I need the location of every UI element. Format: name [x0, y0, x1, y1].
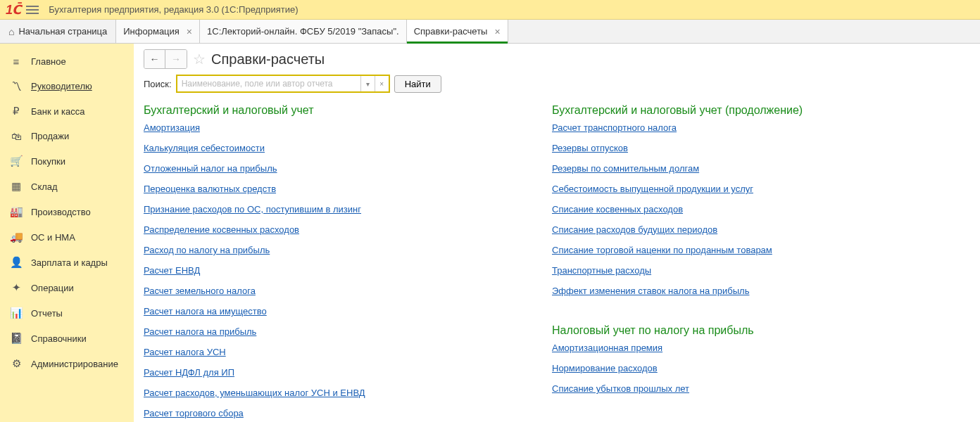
link-production-cost[interactable]: Себестоимость выпущенной продукции и усл… [552, 184, 753, 194]
link-revaluation[interactable]: Переоценка валютных средств [144, 184, 276, 194]
tab-info[interactable]: Информация × [116, 20, 200, 43]
truck-icon: 🚚 [10, 231, 23, 243]
page-title: Справки-расчеты [211, 51, 325, 68]
nav-sales[interactable]: 🛍Продажи [0, 124, 134, 148]
link-loss-writeoff[interactable]: Списание убытков прошлых лет [552, 383, 689, 394]
link-expense-norm[interactable]: Нормирование расходов [552, 363, 658, 373]
link-future-expenses[interactable]: Списание расходов будущих периодов [552, 224, 717, 235]
section-title-accounting: Бухгалтерский и налоговый учет [144, 104, 510, 117]
link-ndfl-ip[interactable]: Расчет НДФЛ для ИП [144, 367, 234, 378]
app-title: Бухгалтерия предприятия, редакция 3.0 (1… [49, 4, 298, 15]
tab-label: 1С:Лекторий-онлайн. ФСБУ 5/2019 "Запасы"… [207, 26, 399, 37]
find-button[interactable]: Найти [394, 75, 441, 93]
link-profit-tax-expense[interactable]: Расход по налогу на прибыль [144, 245, 270, 255]
link-tax-rate-effect[interactable]: Эффект изменения ставок налога на прибыл… [552, 286, 749, 296]
boxes-icon: ▦ [10, 180, 23, 193]
link-amortization[interactable]: Амортизация [144, 122, 200, 133]
nav-salary[interactable]: 👤Зарплата и кадры [0, 250, 134, 275]
logo-1c: 1C̄ [6, 2, 20, 18]
tab-label: Информация [123, 26, 180, 37]
link-vacation-reserve[interactable]: Резервы отпусков [552, 143, 628, 153]
factory-icon: 🏭 [10, 205, 23, 218]
link-usn-tax[interactable]: Расчет налога УСН [144, 347, 226, 357]
tab-spravki-raschety[interactable]: Справки-расчеты × [407, 20, 508, 43]
tabs-row: ⌂ Начальная страница Информация × 1С:Лек… [0, 20, 980, 44]
content: ← → ☆ Справки-расчеты Поиск: ▾ × Найти Б… [134, 44, 980, 422]
bag-icon: 🛍 [10, 130, 23, 142]
search-label: Поиск: [144, 79, 172, 89]
link-writeoff-indirect[interactable]: Списание косвенных расходов [552, 204, 683, 215]
tab-label: Справки-расчеты [414, 26, 488, 37]
link-trade-fee[interactable]: Расчет торгового сбора [144, 408, 244, 418]
close-icon[interactable]: × [187, 26, 192, 37]
nav-dictionaries[interactable]: 📓Справочники [0, 326, 134, 351]
clear-icon[interactable]: × [375, 76, 389, 91]
bars-icon: 📊 [10, 307, 23, 319]
menu-icon[interactable] [26, 6, 39, 14]
link-indirect-dist[interactable]: Распределение косвенных расходов [144, 224, 299, 235]
ruble-icon: ₽ [10, 105, 23, 117]
dropdown-icon[interactable]: ▾ [360, 76, 375, 91]
list-icon: ≡ [10, 56, 23, 68]
nav-manager[interactable]: 〽Руководителю [0, 74, 134, 98]
section-title-tax-profit: Налоговый учет по налогу на прибыль [552, 324, 803, 337]
link-deferred-tax[interactable]: Отложенный налог на прибыль [144, 163, 277, 174]
back-button[interactable]: ← [144, 50, 165, 68]
title-bar: 1C̄ Бухгалтерия предприятия, редакция 3.… [0, 0, 980, 20]
link-property-tax[interactable]: Расчет налога на имущество [144, 306, 267, 316]
link-leasing-cost[interactable]: Признание расходов по ОС, поступившим в … [144, 204, 361, 215]
search-field-wrap: ▾ × [176, 75, 390, 93]
nav-assets[interactable]: 🚚ОС и НМА [0, 224, 134, 250]
search-input[interactable] [177, 76, 360, 91]
link-doubtful-reserve[interactable]: Резервы по сомнительным долгам [552, 163, 699, 174]
nav-warehouse[interactable]: ▦Склад [0, 174, 134, 199]
nav-bank[interactable]: ₽Банк и касса [0, 98, 134, 124]
link-land-tax[interactable]: Расчет земельного налога [144, 286, 256, 296]
tab-home[interactable]: ⌂ Начальная страница [0, 20, 116, 43]
link-amort-premium[interactable]: Амортизационная премия [552, 343, 662, 353]
link-profit-tax[interactable]: Расчет налога на прибыль [144, 326, 256, 337]
gear-icon: ⚙ [10, 357, 23, 370]
sidebar: ≡Главное 〽Руководителю ₽Банк и касса 🛍Пр… [0, 44, 134, 422]
person-icon: 👤 [10, 256, 23, 269]
link-envd[interactable]: Расчет ЕНВД [144, 265, 200, 276]
link-transport-expenses[interactable]: Транспортные расходы [552, 265, 651, 276]
nav-operations[interactable]: ✦Операции [0, 275, 134, 300]
nav-main[interactable]: ≡Главное [0, 49, 134, 74]
nav-reports[interactable]: 📊Отчеты [0, 300, 134, 326]
link-transport-tax[interactable]: Расчет транспортного налога [552, 122, 677, 133]
cart-icon: 🛒 [10, 155, 23, 167]
history-nav: ← → [144, 49, 187, 69]
link-cost-calc[interactable]: Калькуляция себестоимости [144, 143, 265, 153]
nav-production[interactable]: 🏭Производство [0, 199, 134, 224]
link-trade-margin[interactable]: Списание торговой наценки по проданным т… [552, 245, 772, 255]
operations-icon: ✦ [10, 281, 23, 294]
nav-admin[interactable]: ⚙Администрирование [0, 351, 134, 376]
section-title-accounting-cont: Бухгалтерский и налоговый учет (продолже… [552, 104, 803, 117]
home-icon: ⌂ [8, 26, 14, 37]
book-icon: 📓 [10, 332, 23, 345]
tab-lecture[interactable]: 1С:Лекторий-онлайн. ФСБУ 5/2019 "Запасы"… [200, 20, 407, 43]
close-icon[interactable]: × [494, 26, 500, 37]
chart-icon: 〽 [10, 80, 23, 92]
forward-button[interactable]: → [165, 50, 187, 68]
tab-label: Начальная страница [18, 26, 107, 37]
favorite-icon[interactable]: ☆ [193, 51, 206, 68]
nav-purchases[interactable]: 🛒Покупки [0, 148, 134, 174]
link-usn-envd-reduce[interactable]: Расчет расходов, уменьшающих налог УСН и… [144, 388, 365, 398]
